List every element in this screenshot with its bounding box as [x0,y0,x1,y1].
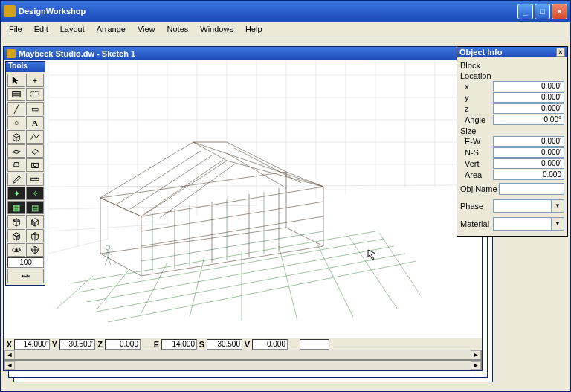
tool-line[interactable]: ╱ [7,102,25,115]
menu-help[interactable]: Help [240,23,268,35]
tool-view-iso2[interactable]: ✧ [26,187,44,200]
svg-point-58 [15,248,18,251]
objinfo-area-label: Area [460,170,493,179]
objinfo-phase-combo[interactable] [493,199,564,213]
h-scrollbar-2[interactable]: ◄► [4,360,482,370]
coord-y-label: Y [51,340,59,349]
tool-eraser[interactable] [26,144,44,158]
objinfo-title: Object Info [459,48,556,57]
svg-line-34 [141,202,323,231]
tool-cube-split[interactable] [26,229,44,242]
menu-windows[interactable]: Windows [195,23,239,35]
doc-icon [7,49,16,58]
menu-arrange[interactable]: Arrange [91,23,131,35]
objinfo-vert-value[interactable]: 0.000' [493,158,564,169]
app-title: DesignWorkshop [19,7,517,16]
maximize-button[interactable]: □ [535,4,550,19]
coord-y-value[interactable]: 30.500' [59,339,95,350]
tool-view-top[interactable]: ▦ [7,201,25,214]
coord-z-value[interactable]: 0.000 [105,339,141,350]
coord-s-label: S [198,340,206,349]
objinfo-angle-value[interactable]: 0.00° [493,115,564,125]
tool-hatch-dense[interactable] [7,88,25,101]
objinfo-size-label: Size [460,126,564,135]
svg-line-44 [104,252,108,255]
tool-slab[interactable] [7,144,25,158]
svg-rect-68 [28,277,28,277]
tool-hatch-dots[interactable] [26,88,44,101]
h-scrollbar-1[interactable]: ◄► [4,350,482,360]
svg-rect-64 [23,276,24,277]
tool-bucket[interactable] [7,158,25,172]
titlebar[interactable]: DesignWorkshop _ □ × [1,1,570,22]
tool-pointer[interactable] [7,74,25,87]
menu-file[interactable]: File [4,23,28,35]
tool-camera[interactable] [26,158,44,172]
tool-cube-face2[interactable] [26,215,44,228]
svg-line-24 [130,155,212,209]
objinfo-ew-value[interactable]: 0.000' [493,136,564,147]
objinfo-x-value[interactable]: 0.000' [493,81,564,91]
coord-e-value[interactable]: 14.000 [161,339,197,350]
doc-titlebar[interactable]: Maybeck Studio.dw - Sketch 1 _ □ [4,47,482,60]
objinfo-block-label: Block [460,61,564,70]
tool-cube-face3[interactable] [7,229,25,242]
coordinate-bar: X 14.000' Y 30.500' Z 0.000 E 14.000 S 3… [4,338,482,350]
tool-crosshair[interactable]: + [26,74,44,87]
viewport-3d[interactable] [4,60,482,338]
objinfo-vert-label: Vert [460,159,493,168]
tool-eye-icon[interactable] [7,243,25,257]
tool-rectangle[interactable]: ▭ [26,102,44,115]
objinfo-y-value[interactable]: 0.000' [493,92,564,103]
tools-panel[interactable]: Tools + ╱ ▭ ○ A ✦ ✧ ▦ [5,61,45,286]
app-window: DesignWorkshop _ □ × File Edit Layout Ar… [0,0,571,392]
coord-s-value[interactable]: 30.500 [207,339,242,350]
coord-x-label: X [5,340,13,349]
coord-e-label: E [152,340,161,349]
object-info-panel[interactable]: Object Info × Block Location x0.000' y0.… [457,46,568,237]
objinfo-material-label: Material [460,219,493,228]
tool-histogram[interactable] [7,269,44,283]
svg-line-42 [105,257,108,265]
objinfo-area-value[interactable]: 0.000 [493,170,564,180]
tool-number-display: 100 [7,257,44,268]
menu-edit[interactable]: Edit [29,23,54,35]
svg-rect-66 [25,276,26,277]
objinfo-close-button[interactable]: × [556,48,565,57]
svg-line-45 [108,252,112,255]
objinfo-angle-label: Angle [460,115,493,124]
tool-view-front[interactable]: ▤ [26,201,44,214]
svg-rect-65 [24,274,25,277]
tool-ruler[interactable] [26,173,44,186]
objinfo-z-label: z [460,104,493,113]
tool-view-iso1[interactable]: ✦ [7,187,25,200]
objinfo-objname-input[interactable] [499,183,564,195]
document-window: Maybeck Studio.dw - Sketch 1 _ □ [3,46,483,371]
tool-circle[interactable]: ○ [7,116,25,129]
objinfo-location-label: Location [460,71,564,80]
objinfo-ns-value[interactable]: 0.000' [493,147,564,158]
svg-line-23 [115,151,201,205]
menu-view[interactable]: View [132,23,161,35]
coord-extra-value[interactable] [300,339,329,350]
objinfo-y-label: y [460,93,493,102]
menu-layout[interactable]: Layout [55,23,90,35]
tool-text[interactable]: A [26,116,44,129]
tool-compass-icon[interactable] [26,243,44,257]
minimize-button[interactable]: _ [517,4,533,19]
svg-rect-50 [31,92,39,97]
tool-polyshape[interactable] [26,130,44,144]
menu-notes[interactable]: Notes [162,23,194,35]
svg-line-25 [145,160,223,213]
close-button[interactable]: × [552,4,567,19]
objinfo-material-combo[interactable] [493,217,564,231]
tool-eyedropper[interactable] [7,173,25,186]
coord-z-label: Z [96,340,104,349]
doc-title: Maybeck Studio.dw - Sketch 1 [19,49,457,58]
tool-cube-face1[interactable] [7,215,25,228]
tool-box3d[interactable] [7,130,25,144]
svg-point-40 [106,245,110,250]
coord-x-value[interactable]: 14.000' [14,339,50,350]
objinfo-z-value[interactable]: 0.000' [493,103,564,114]
coord-v-value[interactable]: 0.000 [252,339,288,350]
